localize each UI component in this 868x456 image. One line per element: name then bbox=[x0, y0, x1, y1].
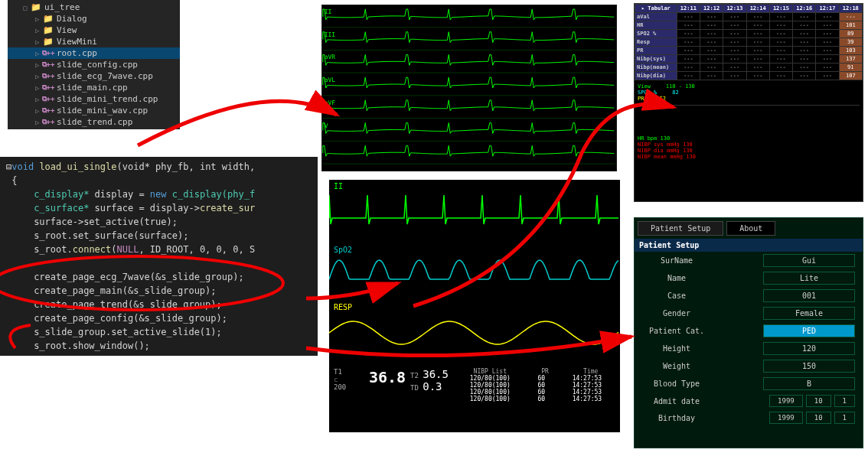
config-value[interactable]: Female bbox=[763, 307, 855, 320]
ecg-label: II bbox=[334, 182, 343, 191]
trend-time-header: 12:12 bbox=[700, 5, 723, 13]
tree-label: slide_mini_trend.cpp bbox=[57, 94, 158, 104]
code-editor[interactable]: ⊟void load_ui_single(void* phy_fb, int w… bbox=[0, 157, 318, 356]
config-row-patientcat: Patient Cat.PED bbox=[635, 322, 863, 340]
tree-label: slide_main.cpp bbox=[57, 83, 128, 93]
tree-label: slide_mini_wav.cpp bbox=[57, 106, 148, 116]
td-value: 0.3 bbox=[423, 380, 442, 392]
config-row-weight: Weight150 bbox=[635, 357, 863, 375]
config-value[interactable]: Lite bbox=[763, 272, 855, 285]
config-row-gender: GenderFemale bbox=[635, 305, 863, 322]
cpp-file-icon: ⧉++ bbox=[43, 49, 54, 58]
ecg-7wave-panel: IIIIIaVRaVLaVFV bbox=[321, 5, 617, 171]
config-value[interactable]: PED bbox=[763, 324, 855, 337]
t1-value: 36.8 bbox=[364, 368, 410, 386]
trend-row: Nibp(mean)---------------------91 bbox=[635, 64, 863, 72]
config-row-surname: SurNameGui bbox=[635, 252, 863, 269]
tree-item-slide_config-cpp[interactable]: ▷⧉++slide_config.cpp bbox=[8, 59, 180, 70]
main-monitor-panel: II SpO2 RESP T1 c 200 36.8 T2 36.5 TD 0.… bbox=[329, 180, 620, 432]
tree-folder-root[interactable]: ▢ 📁 ui_tree bbox=[8, 2, 180, 13]
resp-label: RESP bbox=[334, 303, 352, 311]
tab-patient-setup[interactable]: Patient Setup bbox=[638, 221, 723, 236]
svg-rect-14 bbox=[329, 180, 620, 363]
vitals-bar: T1 c 200 36.8 T2 36.5 TD 0.3 NIBP ListPR… bbox=[329, 366, 620, 404]
nibp-row: 120/80(100)6014:27:53 bbox=[456, 396, 615, 402]
config-row-bloodtype: Blood TypeB bbox=[635, 375, 863, 392]
cpp-file-icon: ⧉++ bbox=[43, 60, 54, 70]
patient-setup-panel: Patient Setup About Patient Setup SurNam… bbox=[634, 217, 863, 448]
tree-label: slide_config.cpp bbox=[57, 60, 138, 70]
trend-row: HR---------------------101 bbox=[635, 21, 863, 30]
config-row-case: Case001 bbox=[635, 287, 863, 305]
trend-time-header: 12:16 bbox=[793, 5, 816, 13]
tree-item-Dialog[interactable]: ▷📁Dialog bbox=[8, 13, 180, 24]
trend-row: Nibp(sys)---------------------137 bbox=[635, 55, 863, 64]
svg-text:III: III bbox=[325, 31, 335, 38]
trend-row: Resp---------------------39 bbox=[635, 38, 863, 47]
config-row-height: Height120 bbox=[635, 340, 863, 357]
trend-row: Nibp(dia)---------------------107 bbox=[635, 72, 863, 80]
svg-text:II: II bbox=[325, 8, 332, 15]
config-value[interactable]: 001 bbox=[763, 289, 855, 302]
trend-corner[interactable]: ▸ Tabular bbox=[635, 5, 677, 13]
folder-icon: 📁 bbox=[31, 3, 41, 12]
trend-time-header: 12:14 bbox=[746, 5, 769, 13]
config-value[interactable]: 120 bbox=[763, 342, 855, 355]
chevron-right-icon: ▷ bbox=[35, 27, 43, 34]
config-row-name: NameLite bbox=[635, 269, 863, 287]
cpp-file-icon: ⧉++ bbox=[43, 118, 54, 127]
svg-text:V: V bbox=[325, 122, 328, 129]
cpp-file-icon: ⧉++ bbox=[43, 95, 54, 104]
trend-row: aVal------------------------ bbox=[635, 13, 863, 21]
t2-value: 36.5 bbox=[423, 368, 449, 380]
trend-time-header: 12:18 bbox=[839, 5, 862, 13]
trend-time-header: 12:17 bbox=[816, 5, 839, 13]
cpp-file-icon: ⧉++ bbox=[43, 83, 54, 93]
tree-item-slide_mini_wav-cpp[interactable]: ▷⧉++slide_mini_wav.cpp bbox=[8, 105, 180, 116]
tree-item-slide_main-cpp[interactable]: ▷⧉++slide_main.cpp bbox=[8, 82, 180, 93]
config-value[interactable]: Gui bbox=[763, 254, 855, 267]
nibp-row: 120/80(100)6014:27:53 bbox=[456, 375, 615, 382]
trend-time-header: 12:13 bbox=[723, 5, 746, 13]
svg-text:aVL: aVL bbox=[325, 77, 336, 83]
trend-time-header: 12:15 bbox=[769, 5, 792, 13]
folder-icon: 📁 bbox=[43, 26, 54, 35]
folder-icon: 📁 bbox=[43, 15, 54, 24]
tree-item-View[interactable]: ▷📁View bbox=[8, 24, 180, 36]
tab-about[interactable]: About bbox=[726, 221, 775, 236]
date-part[interactable]: 1999 bbox=[769, 412, 803, 424]
svg-text:aVF: aVF bbox=[325, 99, 336, 106]
nibp-row: 120/80(100)6014:27:53 bbox=[456, 382, 615, 389]
chevron-down-icon: ▢ bbox=[23, 4, 31, 11]
tree-label: View bbox=[57, 25, 77, 35]
date-part[interactable]: 1999 bbox=[769, 395, 803, 407]
tree-item-ViewMini[interactable]: ▷📁ViewMini bbox=[8, 36, 180, 47]
tree-item-slide_trend-cpp[interactable]: ▷⧉++slide_trend.cpp bbox=[8, 116, 180, 128]
config-value[interactable]: B bbox=[763, 377, 855, 390]
nibp-row: 120/80(100)6014:27:53 bbox=[456, 389, 615, 396]
trend-table: ▸ Tabular12:1112:1212:1312:1412:1512:161… bbox=[635, 4, 863, 80]
trend-time-header: 12:11 bbox=[677, 5, 700, 13]
tree-label: root.cpp bbox=[57, 48, 97, 58]
tree-label: slide_trend.cpp bbox=[57, 117, 132, 127]
tree-label: ViewMini bbox=[57, 37, 97, 47]
trend-row: SPO2 %---------------------89 bbox=[635, 30, 863, 38]
date-part[interactable]: 10 bbox=[806, 395, 831, 407]
tree-item-slide_mini_trend-cpp[interactable]: ▷⧉++slide_mini_trend.cpp bbox=[8, 93, 180, 105]
date-part[interactable]: 1 bbox=[834, 395, 855, 407]
tree-label: slide_ecg_7wave.cpp bbox=[57, 71, 153, 81]
tree-label: ui_tree bbox=[44, 2, 80, 12]
chevron-right-icon: ▷ bbox=[35, 15, 43, 23]
tree-label: Dialog bbox=[57, 14, 87, 24]
tree-item-slide_ecg_7wave-cpp[interactable]: ▷⧉++slide_ecg_7wave.cpp bbox=[8, 70, 180, 82]
cpp-file-icon: ⧉++ bbox=[43, 106, 54, 116]
config-title: Patient Setup bbox=[635, 239, 863, 252]
tree-item-root-cpp[interactable]: ▷⧉++root.cpp bbox=[8, 47, 180, 59]
file-tree: ▢ 📁 ui_tree ▷📁Dialog▷📁View▷📁ViewMini▷⧉++… bbox=[8, 0, 180, 129]
trend-panel: ▸ Tabular12:1112:1212:1312:1412:1512:161… bbox=[634, 3, 863, 202]
date-part[interactable]: 1 bbox=[834, 412, 855, 424]
trend-row: PR---------------------103 bbox=[635, 47, 863, 55]
config-value[interactable]: 150 bbox=[763, 360, 855, 373]
date-part[interactable]: 10 bbox=[806, 412, 831, 424]
spo2-label: SpO2 bbox=[334, 246, 352, 254]
